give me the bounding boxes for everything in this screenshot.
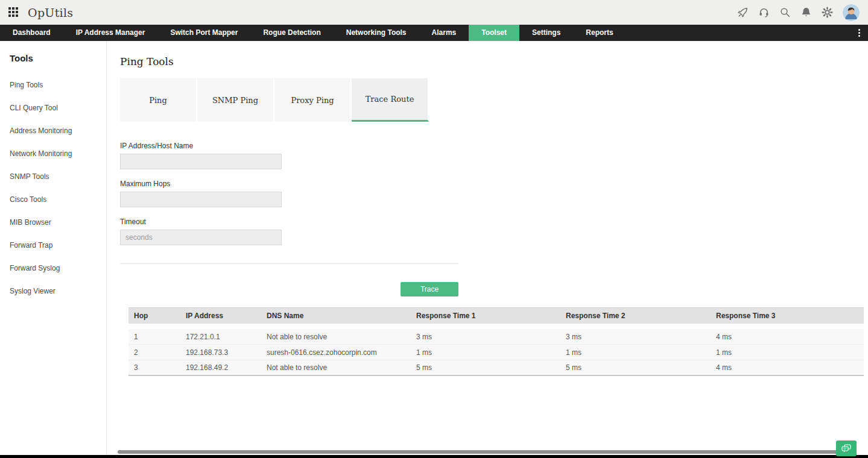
trace-route-results-table: Hop IP Address DNS Name Response Time 1 … bbox=[128, 307, 864, 376]
nav-item-ip-address-manager[interactable]: IP Address Manager bbox=[63, 25, 158, 41]
nav-item-toolset[interactable]: Toolset bbox=[469, 25, 519, 41]
cell-ip-address: 192.168.49.2 bbox=[186, 363, 267, 372]
nav-item-reports[interactable]: Reports bbox=[573, 25, 626, 41]
page-title: Ping Tools bbox=[120, 55, 868, 67]
tab-trace-route[interactable]: Trace Route bbox=[352, 78, 429, 122]
cell-ip-address: 172.21.0.1 bbox=[186, 333, 267, 341]
col-header-response-time-3: Response Time 3 bbox=[716, 312, 864, 320]
cell-response-time-1: 1 ms bbox=[416, 348, 566, 357]
bell-icon[interactable] bbox=[800, 7, 812, 18]
table-row: 2 192.168.73.3 suresh-0616.csez.zohocorp… bbox=[128, 345, 864, 360]
col-header-ip-address: IP Address bbox=[186, 312, 267, 320]
tab-ping[interactable]: Ping bbox=[120, 78, 197, 122]
sidebar-item-network-monitoring[interactable]: Network Monitoring bbox=[10, 146, 106, 161]
cell-response-time-3: 4 ms bbox=[716, 363, 864, 372]
cell-hop: 1 bbox=[134, 333, 186, 341]
sidebar-item-address-monitoring[interactable]: Address Monitoring bbox=[10, 124, 106, 138]
kebab-menu-icon[interactable] bbox=[854, 25, 864, 41]
maximum-hops-input[interactable] bbox=[120, 192, 282, 207]
form-divider bbox=[120, 263, 458, 264]
tab-snmp-ping[interactable]: SNMP Ping bbox=[197, 78, 274, 122]
sidebar-item-syslog-viewer[interactable]: Syslog Viewer bbox=[10, 284, 106, 298]
nav-item-dashboard[interactable]: Dashboard bbox=[0, 25, 63, 41]
ip-address-host-name-input[interactable] bbox=[120, 154, 282, 169]
chat-bubbles-icon bbox=[840, 443, 852, 454]
app-logo: OpUtils bbox=[28, 6, 73, 19]
sidebar-item-mib-browser[interactable]: MIB Browser bbox=[10, 215, 106, 230]
chat-button[interactable] bbox=[836, 441, 857, 456]
nav-item-settings[interactable]: Settings bbox=[519, 25, 573, 41]
nav-item-rogue-detection[interactable]: Rogue Detection bbox=[250, 25, 333, 41]
table-row: 1 172.21.0.1 Not able to resolve 3 ms 3 … bbox=[128, 329, 864, 345]
cell-response-time-3: 1 ms bbox=[716, 348, 864, 357]
cell-response-time-1: 3 ms bbox=[416, 333, 566, 341]
rocket-icon[interactable] bbox=[737, 7, 749, 18]
sidebar-item-forward-syslog[interactable]: Forward Syslog bbox=[10, 261, 106, 275]
nav-item-switch-port-mapper[interactable]: Switch Port Mapper bbox=[157, 25, 250, 41]
cell-hop: 3 bbox=[134, 363, 186, 372]
nav-item-networking-tools[interactable]: Networking Tools bbox=[334, 25, 419, 41]
bottom-strip bbox=[0, 455, 868, 458]
timeout-label: Timeout bbox=[120, 218, 458, 226]
cell-ip-address: 192.168.73.3 bbox=[186, 348, 267, 357]
cell-response-time-2: 1 ms bbox=[566, 348, 716, 357]
apps-grid-icon[interactable] bbox=[8, 7, 19, 18]
sidebar-item-cli-query-tool[interactable]: CLI Query Tool bbox=[10, 101, 106, 115]
sidebar-item-forward-trap[interactable]: Forward Trap bbox=[10, 238, 106, 253]
user-avatar[interactable] bbox=[843, 4, 860, 21]
sidebar-item-cisco-tools[interactable]: Cisco Tools bbox=[10, 192, 106, 207]
topbar: OpUtils bbox=[0, 0, 868, 25]
table-row: 3 192.168.49.2 Not able to resolve 5 ms … bbox=[128, 360, 864, 376]
cell-dns-name: Not able to resolve bbox=[267, 363, 416, 372]
cell-dns-name: suresh-0616.csez.zohocorpin.com bbox=[267, 348, 416, 357]
sidebar-item-snmp-tools[interactable]: SNMP Tools bbox=[10, 169, 106, 184]
col-header-response-time-2: Response Time 2 bbox=[566, 312, 716, 320]
cell-hop: 2 bbox=[134, 348, 186, 357]
search-icon[interactable] bbox=[779, 7, 791, 18]
ping-tools-tabs: Ping SNMP Ping Proxy Ping Trace Route bbox=[120, 78, 868, 122]
cell-response-time-2: 5 ms bbox=[566, 363, 716, 372]
main-content: Ping Tools Ping SNMP Ping Proxy Ping Tra… bbox=[107, 41, 868, 458]
cell-response-time-2: 3 ms bbox=[566, 333, 716, 341]
topbar-actions bbox=[737, 4, 860, 21]
main-navbar: Dashboard IP Address Manager Switch Port… bbox=[0, 25, 868, 41]
tools-sidebar: Tools Ping Tools CLI Query Tool Address … bbox=[0, 41, 107, 458]
gear-icon[interactable] bbox=[822, 7, 833, 18]
cell-response-time-1: 5 ms bbox=[416, 363, 566, 372]
table-header-row: Hop IP Address DNS Name Response Time 1 … bbox=[128, 307, 864, 324]
tab-proxy-ping[interactable]: Proxy Ping bbox=[274, 78, 352, 122]
timeout-input[interactable] bbox=[120, 230, 282, 245]
trace-button[interactable]: Trace bbox=[401, 282, 458, 296]
ip-address-host-name-label: IP Address/Host Name bbox=[120, 142, 458, 150]
maximum-hops-label: Maximum Hops bbox=[120, 180, 458, 188]
sidebar-title: Tools bbox=[10, 53, 106, 63]
horizontal-scrollbar[interactable] bbox=[118, 450, 855, 454]
cell-response-time-3: 4 ms bbox=[716, 333, 864, 341]
trace-route-form: IP Address/Host Name Maximum Hops Timeou… bbox=[120, 142, 458, 296]
cell-dns-name: Not able to resolve bbox=[267, 333, 416, 341]
headset-icon[interactable] bbox=[758, 7, 770, 18]
sidebar-item-ping-tools[interactable]: Ping Tools bbox=[10, 78, 106, 92]
col-header-dns-name: DNS Name bbox=[267, 312, 416, 320]
col-header-hop: Hop bbox=[134, 312, 186, 320]
nav-item-alarms[interactable]: Alarms bbox=[419, 25, 469, 41]
col-header-response-time-1: Response Time 1 bbox=[416, 312, 566, 320]
